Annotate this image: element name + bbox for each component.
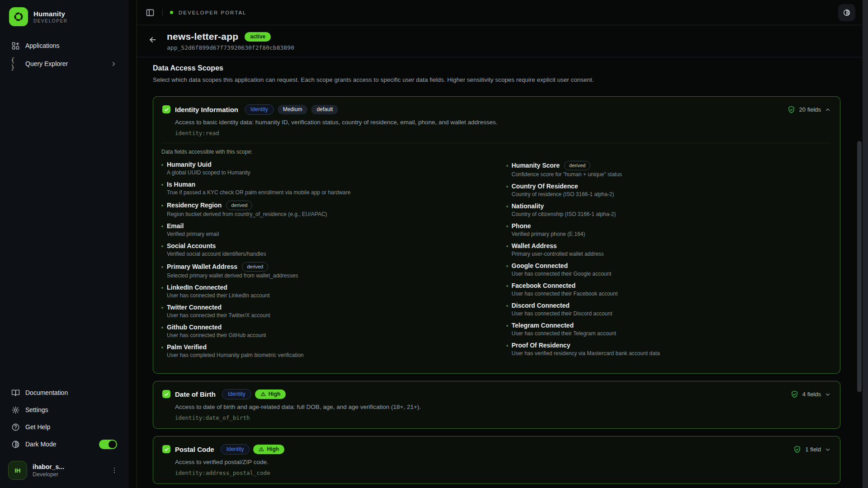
- field-name: Github Connected: [167, 324, 222, 331]
- field-name: Is Human: [167, 181, 195, 188]
- bullet-dot: [506, 305, 508, 307]
- field-name: Social Accounts: [167, 242, 216, 250]
- theme-toggle-button[interactable]: [838, 4, 855, 21]
- derived-badge: derived: [226, 201, 252, 210]
- shield-check-icon: [793, 445, 802, 454]
- field-description: Country of residence (ISO 3166-1 alpha-2…: [512, 191, 831, 198]
- field-item: PhoneVerified primary phone (E.164): [506, 222, 831, 238]
- scope-badge-medium: Medium: [278, 105, 308, 114]
- sidebar-item-get-help[interactable]: Get Help: [7, 419, 121, 435]
- sidebar-toggle-button[interactable]: [143, 6, 157, 19]
- field-description: User has connected their Facebook accoun…: [512, 291, 831, 297]
- field-name-line: Is Human: [161, 181, 486, 188]
- field-name-line: Github Connected: [161, 324, 486, 331]
- user-row[interactable]: IH ihabor_s... Developer: [7, 461, 121, 480]
- brand-home-link[interactable]: Humanity DEVELOPER: [7, 6, 121, 27]
- scope-checkbox[interactable]: [162, 390, 170, 398]
- scopes-list: Identity InformationIdentityMediumdefaul…: [153, 96, 840, 488]
- field-item: Is HumanTrue if passed a KYC check OR pa…: [161, 181, 486, 196]
- scrollbar-track[interactable]: [863, 0, 868, 488]
- field-item: NationalityCountry of citizenship (ISO 3…: [506, 202, 831, 218]
- field-item: EmailVerified primary email: [161, 222, 486, 238]
- braces-icon: { }: [11, 59, 20, 68]
- status-badge: active: [245, 32, 271, 42]
- warning-triangle-icon: [260, 391, 266, 397]
- nav-label: Applications: [25, 42, 60, 49]
- field-description: Selected primary wallet derived from wal…: [167, 272, 486, 279]
- field-name-line: Primary Wallet Addressderived: [161, 262, 486, 272]
- sidebar-item-settings[interactable]: Settings: [7, 402, 121, 418]
- fields-column-left: Humanity UuidA global UUID scoped to Hum…: [161, 161, 486, 363]
- bullet-dot: [161, 205, 163, 206]
- derived-badge: derived: [564, 161, 590, 170]
- field-description: Verified social account identifiers/hand…: [167, 251, 486, 258]
- bullet-dot: [161, 266, 163, 268]
- scope-badge-identity: Identity: [221, 444, 250, 455]
- dark-mode-toggle[interactable]: [99, 440, 117, 449]
- field-item: Twitter ConnectedUser has connected thei…: [161, 304, 486, 319]
- field-name-line: Humanity Scorederived: [506, 161, 831, 170]
- sidebar-item-dark-mode[interactable]: Dark Mode: [7, 436, 121, 452]
- user-menu-button[interactable]: [109, 465, 120, 476]
- field-description: User has verified residency via Masterca…: [512, 350, 831, 357]
- field-name-line: Proof Of Residency: [506, 342, 831, 349]
- field-description: A global UUID scoped to Humanity: [167, 169, 486, 176]
- bullet-dot: [161, 225, 163, 227]
- scope-fields-toggle[interactable]: 1 field: [793, 445, 831, 454]
- scope-fields-panel: Data fields accessible with this scope:H…: [161, 143, 831, 366]
- field-description: True if passed a KYC check OR palm enrol…: [167, 189, 486, 196]
- field-name: Nationality: [512, 202, 544, 210]
- scope-badge-high: High: [253, 445, 284, 454]
- chevron-down-icon: [825, 391, 831, 398]
- field-description: User has connected their LinkedIn accoun…: [167, 292, 486, 299]
- field-description: User has connected their GitHub account: [167, 332, 486, 339]
- scrollbar-thumb[interactable]: [857, 141, 862, 392]
- bullet-dot: [506, 285, 508, 287]
- field-description: User has connected their Discord account: [512, 310, 831, 317]
- field-name: Palm Verified: [167, 343, 207, 351]
- field-item: Github ConnectedUser has connected their…: [161, 324, 486, 339]
- field-name: Email: [167, 222, 184, 230]
- fields-count: 20 fields: [799, 106, 821, 113]
- scope-badge-default: default: [311, 105, 338, 114]
- scope-checkbox[interactable]: [162, 445, 170, 453]
- content-scroll-area[interactable]: Data Access Scopes Select which data sco…: [137, 57, 863, 488]
- section-description: Select which data scopes this applicatio…: [153, 76, 840, 83]
- scope-key: identity:date_of_birth: [175, 414, 831, 421]
- field-name-line: Telegram Connected: [506, 322, 831, 329]
- scope-checkbox[interactable]: [162, 105, 170, 113]
- bullet-dot: [506, 345, 508, 347]
- brand-subtitle: DEVELOPER: [33, 19, 68, 23]
- scope-fields-toggle[interactable]: 20 fields: [787, 105, 831, 114]
- section-title: Data Access Scopes: [153, 64, 840, 72]
- sidebar-item-query-explorer[interactable]: { } Query Explorer: [7, 56, 121, 71]
- field-item: Facebook ConnectedUser has connected the…: [506, 282, 831, 297]
- field-name-line: Google Connected: [506, 262, 831, 270]
- topbar: DEVELOPER PORTAL: [137, 0, 863, 25]
- bullet-dot: [161, 327, 163, 328]
- scope-title-line: Postal CodeIdentityHigh: [175, 444, 831, 455]
- bullet-dot: [161, 307, 163, 309]
- field-name-line: Phone: [506, 222, 831, 230]
- field-name: LinkedIn Connected: [167, 284, 227, 291]
- scope-card-body: Postal CodeIdentityHighAccess to verifie…: [175, 444, 831, 476]
- status-dot: [170, 11, 173, 14]
- sidebar-item-documentation[interactable]: Documentation: [7, 385, 121, 400]
- field-name: Humanity Score: [512, 162, 560, 169]
- scope-description: Access to date of birth and age-related …: [175, 403, 831, 411]
- nav-label: Documentation: [25, 389, 68, 396]
- sidebar: Humanity DEVELOPER Applications { } Quer…: [0, 0, 128, 488]
- divider: [162, 9, 163, 16]
- derived-badge: derived: [242, 262, 268, 272]
- scope-fields-toggle[interactable]: 4 fields: [790, 390, 831, 399]
- field-name-line: Residency Regionderived: [161, 201, 486, 210]
- scope-title: Postal Code: [175, 446, 214, 453]
- app-name: news-letter-app: [167, 31, 238, 42]
- field-name-line: LinkedIn Connected: [161, 284, 486, 291]
- sidebar-item-applications[interactable]: Applications: [7, 38, 121, 53]
- field-name-line: Social Accounts: [161, 242, 486, 250]
- book-icon: [11, 388, 20, 397]
- app-title-section: news-letter-app active app_52d6f899d67f7…: [137, 25, 863, 57]
- field-name: Proof Of Residency: [512, 342, 571, 349]
- back-button[interactable]: [146, 33, 160, 47]
